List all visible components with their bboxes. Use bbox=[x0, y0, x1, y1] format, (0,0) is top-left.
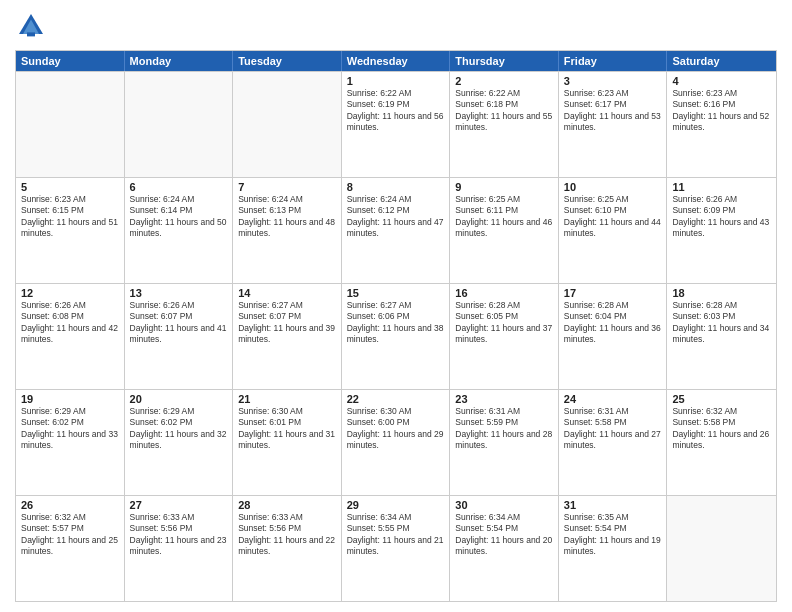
day-number: 10 bbox=[564, 181, 662, 193]
calendar-cell: 3Sunrise: 6:23 AM Sunset: 6:17 PM Daylig… bbox=[559, 72, 668, 177]
calendar-cell: 12Sunrise: 6:26 AM Sunset: 6:08 PM Dayli… bbox=[16, 284, 125, 389]
day-number: 11 bbox=[672, 181, 771, 193]
calendar-cell: 31Sunrise: 6:35 AM Sunset: 5:54 PM Dayli… bbox=[559, 496, 668, 601]
calendar: SundayMondayTuesdayWednesdayThursdayFrid… bbox=[15, 50, 777, 602]
cell-info: Sunrise: 6:26 AM Sunset: 6:07 PM Dayligh… bbox=[130, 300, 228, 346]
day-number: 4 bbox=[672, 75, 771, 87]
calendar-cell: 11Sunrise: 6:26 AM Sunset: 6:09 PM Dayli… bbox=[667, 178, 776, 283]
calendar-row: 1Sunrise: 6:22 AM Sunset: 6:19 PM Daylig… bbox=[16, 71, 776, 177]
cell-info: Sunrise: 6:34 AM Sunset: 5:54 PM Dayligh… bbox=[455, 512, 553, 558]
day-number: 29 bbox=[347, 499, 445, 511]
day-number: 6 bbox=[130, 181, 228, 193]
cell-info: Sunrise: 6:32 AM Sunset: 5:58 PM Dayligh… bbox=[672, 406, 771, 452]
calendar-cell: 27Sunrise: 6:33 AM Sunset: 5:56 PM Dayli… bbox=[125, 496, 234, 601]
calendar-cell: 24Sunrise: 6:31 AM Sunset: 5:58 PM Dayli… bbox=[559, 390, 668, 495]
cell-info: Sunrise: 6:28 AM Sunset: 6:03 PM Dayligh… bbox=[672, 300, 771, 346]
day-number: 14 bbox=[238, 287, 336, 299]
weekday-header: Thursday bbox=[450, 51, 559, 71]
page: SundayMondayTuesdayWednesdayThursdayFrid… bbox=[0, 0, 792, 612]
calendar-cell: 10Sunrise: 6:25 AM Sunset: 6:10 PM Dayli… bbox=[559, 178, 668, 283]
day-number: 20 bbox=[130, 393, 228, 405]
calendar-cell bbox=[233, 72, 342, 177]
day-number: 25 bbox=[672, 393, 771, 405]
cell-info: Sunrise: 6:23 AM Sunset: 6:16 PM Dayligh… bbox=[672, 88, 771, 134]
calendar-cell: 6Sunrise: 6:24 AM Sunset: 6:14 PM Daylig… bbox=[125, 178, 234, 283]
cell-info: Sunrise: 6:34 AM Sunset: 5:55 PM Dayligh… bbox=[347, 512, 445, 558]
cell-info: Sunrise: 6:30 AM Sunset: 6:00 PM Dayligh… bbox=[347, 406, 445, 452]
cell-info: Sunrise: 6:31 AM Sunset: 5:59 PM Dayligh… bbox=[455, 406, 553, 452]
day-number: 30 bbox=[455, 499, 553, 511]
day-number: 22 bbox=[347, 393, 445, 405]
calendar-cell: 20Sunrise: 6:29 AM Sunset: 6:02 PM Dayli… bbox=[125, 390, 234, 495]
calendar-row: 26Sunrise: 6:32 AM Sunset: 5:57 PM Dayli… bbox=[16, 495, 776, 601]
day-number: 12 bbox=[21, 287, 119, 299]
calendar-cell: 17Sunrise: 6:28 AM Sunset: 6:04 PM Dayli… bbox=[559, 284, 668, 389]
calendar-cell: 29Sunrise: 6:34 AM Sunset: 5:55 PM Dayli… bbox=[342, 496, 451, 601]
day-number: 24 bbox=[564, 393, 662, 405]
svg-rect-2 bbox=[27, 32, 35, 36]
calendar-row: 12Sunrise: 6:26 AM Sunset: 6:08 PM Dayli… bbox=[16, 283, 776, 389]
day-number: 19 bbox=[21, 393, 119, 405]
calendar-cell: 2Sunrise: 6:22 AM Sunset: 6:18 PM Daylig… bbox=[450, 72, 559, 177]
day-number: 13 bbox=[130, 287, 228, 299]
header bbox=[15, 10, 777, 42]
cell-info: Sunrise: 6:27 AM Sunset: 6:07 PM Dayligh… bbox=[238, 300, 336, 346]
cell-info: Sunrise: 6:29 AM Sunset: 6:02 PM Dayligh… bbox=[21, 406, 119, 452]
calendar-row: 19Sunrise: 6:29 AM Sunset: 6:02 PM Dayli… bbox=[16, 389, 776, 495]
cell-info: Sunrise: 6:23 AM Sunset: 6:15 PM Dayligh… bbox=[21, 194, 119, 240]
day-number: 28 bbox=[238, 499, 336, 511]
logo-icon bbox=[15, 10, 47, 42]
day-number: 31 bbox=[564, 499, 662, 511]
cell-info: Sunrise: 6:32 AM Sunset: 5:57 PM Dayligh… bbox=[21, 512, 119, 558]
calendar-cell: 16Sunrise: 6:28 AM Sunset: 6:05 PM Dayli… bbox=[450, 284, 559, 389]
day-number: 9 bbox=[455, 181, 553, 193]
day-number: 2 bbox=[455, 75, 553, 87]
day-number: 15 bbox=[347, 287, 445, 299]
cell-info: Sunrise: 6:31 AM Sunset: 5:58 PM Dayligh… bbox=[564, 406, 662, 452]
cell-info: Sunrise: 6:26 AM Sunset: 6:08 PM Dayligh… bbox=[21, 300, 119, 346]
calendar-cell: 26Sunrise: 6:32 AM Sunset: 5:57 PM Dayli… bbox=[16, 496, 125, 601]
day-number: 16 bbox=[455, 287, 553, 299]
cell-info: Sunrise: 6:33 AM Sunset: 5:56 PM Dayligh… bbox=[238, 512, 336, 558]
weekday-header: Wednesday bbox=[342, 51, 451, 71]
cell-info: Sunrise: 6:26 AM Sunset: 6:09 PM Dayligh… bbox=[672, 194, 771, 240]
cell-info: Sunrise: 6:23 AM Sunset: 6:17 PM Dayligh… bbox=[564, 88, 662, 134]
calendar-cell: 1Sunrise: 6:22 AM Sunset: 6:19 PM Daylig… bbox=[342, 72, 451, 177]
calendar-cell: 21Sunrise: 6:30 AM Sunset: 6:01 PM Dayli… bbox=[233, 390, 342, 495]
calendar-cell: 28Sunrise: 6:33 AM Sunset: 5:56 PM Dayli… bbox=[233, 496, 342, 601]
weekday-header: Sunday bbox=[16, 51, 125, 71]
day-number: 23 bbox=[455, 393, 553, 405]
calendar-row: 5Sunrise: 6:23 AM Sunset: 6:15 PM Daylig… bbox=[16, 177, 776, 283]
weekday-header: Monday bbox=[125, 51, 234, 71]
cell-info: Sunrise: 6:29 AM Sunset: 6:02 PM Dayligh… bbox=[130, 406, 228, 452]
cell-info: Sunrise: 6:22 AM Sunset: 6:19 PM Dayligh… bbox=[347, 88, 445, 134]
day-number: 26 bbox=[21, 499, 119, 511]
day-number: 27 bbox=[130, 499, 228, 511]
weekday-header: Tuesday bbox=[233, 51, 342, 71]
calendar-cell: 23Sunrise: 6:31 AM Sunset: 5:59 PM Dayli… bbox=[450, 390, 559, 495]
calendar-cell: 5Sunrise: 6:23 AM Sunset: 6:15 PM Daylig… bbox=[16, 178, 125, 283]
cell-info: Sunrise: 6:24 AM Sunset: 6:13 PM Dayligh… bbox=[238, 194, 336, 240]
calendar-cell: 4Sunrise: 6:23 AM Sunset: 6:16 PM Daylig… bbox=[667, 72, 776, 177]
day-number: 1 bbox=[347, 75, 445, 87]
logo bbox=[15, 10, 51, 42]
cell-info: Sunrise: 6:22 AM Sunset: 6:18 PM Dayligh… bbox=[455, 88, 553, 134]
weekday-header: Saturday bbox=[667, 51, 776, 71]
cell-info: Sunrise: 6:28 AM Sunset: 6:05 PM Dayligh… bbox=[455, 300, 553, 346]
day-number: 17 bbox=[564, 287, 662, 299]
calendar-header: SundayMondayTuesdayWednesdayThursdayFrid… bbox=[16, 51, 776, 71]
cell-info: Sunrise: 6:27 AM Sunset: 6:06 PM Dayligh… bbox=[347, 300, 445, 346]
cell-info: Sunrise: 6:25 AM Sunset: 6:11 PM Dayligh… bbox=[455, 194, 553, 240]
day-number: 8 bbox=[347, 181, 445, 193]
day-number: 18 bbox=[672, 287, 771, 299]
day-number: 7 bbox=[238, 181, 336, 193]
calendar-cell bbox=[125, 72, 234, 177]
cell-info: Sunrise: 6:33 AM Sunset: 5:56 PM Dayligh… bbox=[130, 512, 228, 558]
cell-info: Sunrise: 6:28 AM Sunset: 6:04 PM Dayligh… bbox=[564, 300, 662, 346]
calendar-cell: 9Sunrise: 6:25 AM Sunset: 6:11 PM Daylig… bbox=[450, 178, 559, 283]
calendar-cell: 19Sunrise: 6:29 AM Sunset: 6:02 PM Dayli… bbox=[16, 390, 125, 495]
calendar-cell: 7Sunrise: 6:24 AM Sunset: 6:13 PM Daylig… bbox=[233, 178, 342, 283]
cell-info: Sunrise: 6:24 AM Sunset: 6:12 PM Dayligh… bbox=[347, 194, 445, 240]
calendar-body: 1Sunrise: 6:22 AM Sunset: 6:19 PM Daylig… bbox=[16, 71, 776, 601]
calendar-cell: 18Sunrise: 6:28 AM Sunset: 6:03 PM Dayli… bbox=[667, 284, 776, 389]
